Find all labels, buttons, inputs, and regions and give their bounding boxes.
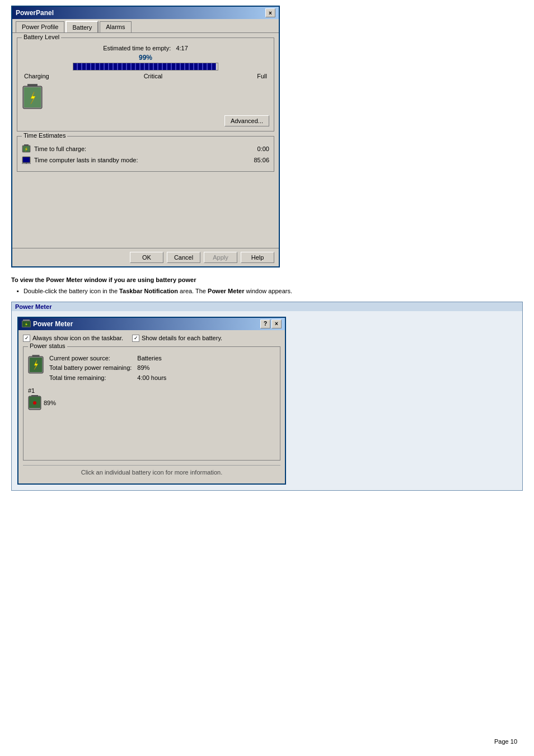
current-source-value: Batteries [137,354,166,364]
battery-bar-bg [73,63,218,71]
power-meter-wrapper: Power Meter Power Meter [11,302,523,491]
full-charge-value: 0:00 [241,145,269,152]
battery-level-group: Battery Level Estimated time to empty: 4… [17,37,274,132]
pm-checkbox2: ✓ Show details for each battery. [132,335,222,342]
battery-percent: 99% [22,54,269,62]
ok-button[interactable]: OK [130,252,163,263]
time-estimates-group: Time Estimates Time to full charge: 0:00 [17,136,274,172]
pm-spacer [28,411,275,456]
battery-label-full: Full [257,73,267,79]
help-button[interactable]: Help [241,252,274,263]
page-number: Page 10 [494,738,517,745]
pm-title-area: Power Meter [22,320,73,328]
instruction-title: To view the Power Meter window if you ar… [11,276,523,283]
tab-battery[interactable]: Battery [65,21,99,32]
power-meter-content-area: Power Meter ? × ✓ Always show icon on th… [12,311,522,491]
close-button[interactable]: × [265,8,275,17]
time-estimates-title: Time Estimates [22,132,67,139]
pm-title-controls: ? × [260,320,282,328]
bullet-point: ▪ [17,288,19,294]
svg-rect-0 [27,84,38,86]
title-bar-title: PowerPanel [16,9,54,17]
cancel-button[interactable]: Cancel [167,252,200,263]
full-charge-label: Time to full charge: [34,145,238,152]
total-battery-value: 89% [137,363,166,373]
slot-battery-icon[interactable] [28,395,41,411]
total-battery-label: Total battery power remaining: [49,363,132,373]
slot-percent: 89% [44,400,56,406]
advanced-btn-row: Advanced... [22,115,269,126]
battery-icon-area [22,82,269,113]
spacer [17,176,274,243]
power-values: Batteries 89% 4:00 hours [137,354,166,383]
dialog-content: Battery Level Estimated time to empty: 4… [12,33,279,248]
pm-checkbox1: ✓ Always show icon on the taskbar. [23,335,123,342]
instruction-bold1: Taskbar Notification [119,288,178,294]
checkbox-taskbar-icon[interactable]: ✓ [23,335,30,342]
instruction-bullet: ▪ Double-click the battery icon in the T… [17,287,523,296]
estimated-row: Estimated time to empty: 4:17 [22,45,269,51]
tab-bar: Power Profile Battery Alarms [12,19,279,33]
power-status-labels: Current power source: Total battery powe… [49,354,132,383]
total-time-label: Total time remaining: [49,373,132,383]
instruction-part3: window appears. [244,288,292,294]
instruction-text: Double-click the battery icon in the Tas… [24,287,292,296]
title-bar: PowerPanel × [12,7,279,19]
battery-charging-icon [22,84,43,111]
battery-label-charging: Charging [24,73,49,79]
pm-close-button[interactable]: × [271,320,282,328]
instruction-part1: Double-click the battery icon in the [24,288,119,294]
pm-battery-icon [28,355,44,375]
tab-alarms[interactable]: Alarms [100,21,131,32]
full-charge-icon [22,144,31,153]
standby-label: Time computer lasts in standby mode: [34,157,238,163]
advanced-button[interactable]: Advanced... [224,115,269,126]
power-meter-dialog: Power Meter ? × ✓ Always show icon on th… [17,317,286,485]
powerpanel-dialog: PowerPanel × Power Profile Battery Alarm… [11,6,280,267]
power-status-inner: Current power source: Total battery powe… [28,349,275,383]
svg-rect-9 [23,157,30,162]
pm-footer: Click an individual battery icon for mor… [23,465,280,479]
power-status-group: Power status Current pow [23,346,280,461]
estimated-value: 4:17 [176,45,188,51]
apply-button[interactable]: Apply [204,252,237,263]
power-status-details: Current power source: Total battery powe… [49,354,132,383]
pm-dialog-title: Power Meter [33,320,73,328]
svg-point-11 [26,163,27,164]
battery-level-inner: Estimated time to empty: 4:17 99% Chargi… [22,40,269,126]
tab-power-profile[interactable]: Power Profile [16,21,64,32]
pm-checkbox-row: ✓ Always show icon on the taskbar. ✓ Sho… [23,335,280,342]
slot-icon-row: 89% [28,395,275,411]
instruction-bold2: Power Meter [208,288,244,294]
title-bar-controls: × [265,8,275,17]
checkbox-show-details[interactable]: ✓ [132,335,139,342]
checkbox2-label: Show details for each battery. [142,335,222,341]
battery-bar-fill [73,63,216,70]
svg-point-23 [33,401,36,405]
power-status-title: Power status [28,342,67,349]
pm-help-button[interactable]: ? [260,320,270,328]
standby-icon [22,156,31,165]
battery-slot-num: #1 [28,387,275,394]
instruction-part2: area. The [178,288,208,294]
battery-label-critical: Critical [144,73,163,79]
time-estimates-inner: Time to full charge: 0:00 Time computer … [22,139,269,165]
pm-title-icon [22,320,31,328]
svg-rect-12 [23,320,30,321]
battery-bar-container [73,63,218,71]
total-time-value: 4:00 hours [137,373,166,383]
power-status-values: Batteries 89% 4:00 hours [137,354,166,383]
standby-value: 85:06 [241,157,269,163]
time-row-full-charge: Time to full charge: 0:00 [22,144,269,153]
estimated-label: Estimated time to empty: [103,45,171,51]
checkbox1-label: Always show icon on the taskbar. [32,335,123,341]
instruction-section: To view the Power Meter window if you ar… [11,276,523,296]
power-meter-title-bar: Power Meter ? × [18,318,285,330]
battery-labels: Charging Critical Full [22,73,269,79]
dialog-buttons: OK Cancel Apply Help [12,248,279,266]
time-row-standby: Time computer lasts in standby mode: 85:… [22,156,269,165]
battery-level-title: Battery Level [22,34,61,40]
battery-slot-1: #1 89% [28,387,275,411]
app-title: PowerPanel [16,9,54,17]
pm-footer-text: Click an individual battery icon for mor… [81,469,223,476]
